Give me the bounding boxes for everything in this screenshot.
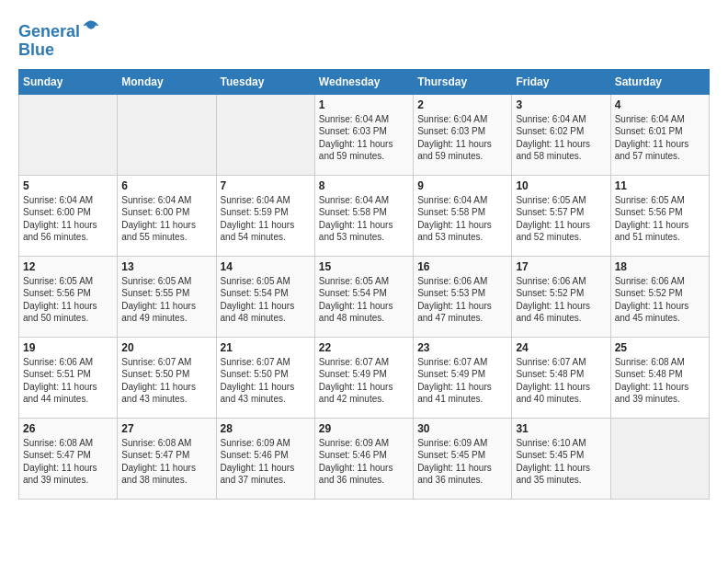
- day-info: Sunrise: 6:09 AM Sunset: 5:46 PM Dayligh…: [221, 437, 311, 487]
- calendar-cell: 16Sunrise: 6:06 AM Sunset: 5:53 PM Dayli…: [414, 256, 512, 337]
- day-info: Sunrise: 6:06 AM Sunset: 5:52 PM Dayligh…: [615, 275, 705, 325]
- day-number: 24: [516, 341, 606, 354]
- calendar-cell: 13Sunrise: 6:05 AM Sunset: 5:55 PM Dayli…: [118, 256, 216, 337]
- calendar-cell: [610, 418, 709, 499]
- calendar-cell: 27Sunrise: 6:08 AM Sunset: 5:47 PM Dayli…: [118, 418, 216, 499]
- day-number: 28: [221, 422, 311, 435]
- day-number: 19: [23, 341, 113, 354]
- calendar-cell: [19, 94, 118, 175]
- day-number: 12: [23, 260, 113, 273]
- day-info: Sunrise: 6:04 AM Sunset: 6:00 PM Dayligh…: [23, 194, 113, 244]
- day-number: 20: [121, 341, 211, 354]
- day-number: 29: [319, 422, 409, 435]
- day-number: 11: [615, 179, 705, 192]
- day-info: Sunrise: 6:07 AM Sunset: 5:49 PM Dayligh…: [417, 356, 507, 406]
- day-number: 21: [221, 341, 311, 354]
- day-info: Sunrise: 6:05 AM Sunset: 5:54 PM Dayligh…: [221, 275, 311, 325]
- logo-text: General Blue: [18, 18, 100, 60]
- calendar-cell: 1Sunrise: 6:04 AM Sunset: 6:03 PM Daylig…: [314, 94, 413, 175]
- calendar-cell: 2Sunrise: 6:04 AM Sunset: 6:03 PM Daylig…: [414, 94, 512, 175]
- day-number: 23: [417, 341, 507, 354]
- day-info: Sunrise: 6:08 AM Sunset: 5:47 PM Dayligh…: [23, 437, 113, 487]
- day-number: 27: [121, 422, 211, 435]
- column-header-monday: Monday: [118, 69, 216, 94]
- calendar-cell: 25Sunrise: 6:08 AM Sunset: 5:48 PM Dayli…: [610, 337, 709, 418]
- day-info: Sunrise: 6:08 AM Sunset: 5:48 PM Dayligh…: [615, 356, 705, 406]
- day-info: Sunrise: 6:05 AM Sunset: 5:55 PM Dayligh…: [121, 275, 211, 325]
- day-number: 9: [417, 179, 507, 192]
- calendar-cell: 30Sunrise: 6:09 AM Sunset: 5:45 PM Dayli…: [414, 418, 512, 499]
- calendar-cell: 23Sunrise: 6:07 AM Sunset: 5:49 PM Dayli…: [414, 337, 512, 418]
- day-number: 2: [417, 98, 507, 111]
- day-info: Sunrise: 6:04 AM Sunset: 6:02 PM Dayligh…: [516, 113, 606, 163]
- calendar-week-row: 19Sunrise: 6:06 AM Sunset: 5:51 PM Dayli…: [19, 337, 710, 418]
- calendar-cell: 28Sunrise: 6:09 AM Sunset: 5:46 PM Dayli…: [216, 418, 314, 499]
- day-info: Sunrise: 6:04 AM Sunset: 5:58 PM Dayligh…: [417, 194, 507, 244]
- column-header-thursday: Thursday: [414, 69, 512, 94]
- day-info: Sunrise: 6:08 AM Sunset: 5:47 PM Dayligh…: [121, 437, 211, 487]
- day-info: Sunrise: 6:07 AM Sunset: 5:49 PM Dayligh…: [319, 356, 409, 406]
- logo-bird-icon: [82, 18, 100, 37]
- calendar-table: SundayMondayTuesdayWednesdayThursdayFrid…: [18, 69, 710, 500]
- day-info: Sunrise: 6:04 AM Sunset: 6:01 PM Dayligh…: [615, 113, 705, 163]
- day-number: 17: [516, 260, 606, 273]
- day-info: Sunrise: 6:05 AM Sunset: 5:57 PM Dayligh…: [516, 194, 606, 244]
- calendar-week-row: 26Sunrise: 6:08 AM Sunset: 5:47 PM Dayli…: [19, 418, 710, 499]
- calendar-cell: 6Sunrise: 6:04 AM Sunset: 6:00 PM Daylig…: [118, 175, 216, 256]
- calendar-cell: 19Sunrise: 6:06 AM Sunset: 5:51 PM Dayli…: [19, 337, 118, 418]
- column-header-wednesday: Wednesday: [314, 69, 413, 94]
- calendar-cell: 10Sunrise: 6:05 AM Sunset: 5:57 PM Dayli…: [512, 175, 610, 256]
- calendar-cell: 21Sunrise: 6:07 AM Sunset: 5:50 PM Dayli…: [216, 337, 314, 418]
- day-number: 7: [221, 179, 311, 192]
- day-info: Sunrise: 6:04 AM Sunset: 6:03 PM Dayligh…: [417, 113, 507, 163]
- calendar-cell: 12Sunrise: 6:05 AM Sunset: 5:56 PM Dayli…: [19, 256, 118, 337]
- calendar-cell: 31Sunrise: 6:10 AM Sunset: 5:45 PM Dayli…: [512, 418, 610, 499]
- day-info: Sunrise: 6:07 AM Sunset: 5:50 PM Dayligh…: [221, 356, 311, 406]
- calendar-cell: 15Sunrise: 6:05 AM Sunset: 5:54 PM Dayli…: [314, 256, 413, 337]
- calendar-cell: 4Sunrise: 6:04 AM Sunset: 6:01 PM Daylig…: [610, 94, 709, 175]
- day-number: 4: [615, 98, 705, 111]
- day-number: 30: [417, 422, 507, 435]
- calendar-cell: 14Sunrise: 6:05 AM Sunset: 5:54 PM Dayli…: [216, 256, 314, 337]
- calendar-cell: [216, 94, 314, 175]
- day-info: Sunrise: 6:04 AM Sunset: 6:00 PM Dayligh…: [121, 194, 211, 244]
- day-info: Sunrise: 6:07 AM Sunset: 5:48 PM Dayligh…: [516, 356, 606, 406]
- day-info: Sunrise: 6:04 AM Sunset: 6:03 PM Dayligh…: [319, 113, 409, 163]
- day-info: Sunrise: 6:05 AM Sunset: 5:56 PM Dayligh…: [23, 275, 113, 325]
- calendar-cell: 18Sunrise: 6:06 AM Sunset: 5:52 PM Dayli…: [610, 256, 709, 337]
- calendar-cell: 29Sunrise: 6:09 AM Sunset: 5:46 PM Dayli…: [314, 418, 413, 499]
- day-info: Sunrise: 6:10 AM Sunset: 5:45 PM Dayligh…: [516, 437, 606, 487]
- column-header-saturday: Saturday: [610, 69, 709, 94]
- day-number: 8: [319, 179, 409, 192]
- day-info: Sunrise: 6:09 AM Sunset: 5:45 PM Dayligh…: [417, 437, 507, 487]
- day-number: 22: [319, 341, 409, 354]
- calendar-header-row: SundayMondayTuesdayWednesdayThursdayFrid…: [19, 69, 710, 94]
- day-info: Sunrise: 6:04 AM Sunset: 5:59 PM Dayligh…: [221, 194, 311, 244]
- column-header-sunday: Sunday: [19, 69, 118, 94]
- calendar-cell: 8Sunrise: 6:04 AM Sunset: 5:58 PM Daylig…: [314, 175, 413, 256]
- calendar-cell: 3Sunrise: 6:04 AM Sunset: 6:02 PM Daylig…: [512, 94, 610, 175]
- calendar-cell: 22Sunrise: 6:07 AM Sunset: 5:49 PM Dayli…: [314, 337, 413, 418]
- column-header-friday: Friday: [512, 69, 610, 94]
- column-header-tuesday: Tuesday: [216, 69, 314, 94]
- page-header: General Blue: [18, 18, 710, 60]
- day-info: Sunrise: 6:07 AM Sunset: 5:50 PM Dayligh…: [121, 356, 211, 406]
- calendar-cell: 26Sunrise: 6:08 AM Sunset: 5:47 PM Dayli…: [19, 418, 118, 499]
- day-number: 26: [23, 422, 113, 435]
- calendar-cell: 24Sunrise: 6:07 AM Sunset: 5:48 PM Dayli…: [512, 337, 610, 418]
- day-number: 10: [516, 179, 606, 192]
- day-number: 16: [417, 260, 507, 273]
- day-info: Sunrise: 6:05 AM Sunset: 5:54 PM Dayligh…: [319, 275, 409, 325]
- day-number: 14: [221, 260, 311, 273]
- day-number: 5: [23, 179, 113, 192]
- day-number: 13: [121, 260, 211, 273]
- logo-blue: Blue: [18, 40, 54, 59]
- day-number: 31: [516, 422, 606, 435]
- day-info: Sunrise: 6:09 AM Sunset: 5:46 PM Dayligh…: [319, 437, 409, 487]
- day-number: 1: [319, 98, 409, 111]
- day-info: Sunrise: 6:04 AM Sunset: 5:58 PM Dayligh…: [319, 194, 409, 244]
- calendar-cell: 9Sunrise: 6:04 AM Sunset: 5:58 PM Daylig…: [414, 175, 512, 256]
- day-number: 3: [516, 98, 606, 111]
- calendar-week-row: 12Sunrise: 6:05 AM Sunset: 5:56 PM Dayli…: [19, 256, 710, 337]
- logo-general: General: [18, 22, 80, 40]
